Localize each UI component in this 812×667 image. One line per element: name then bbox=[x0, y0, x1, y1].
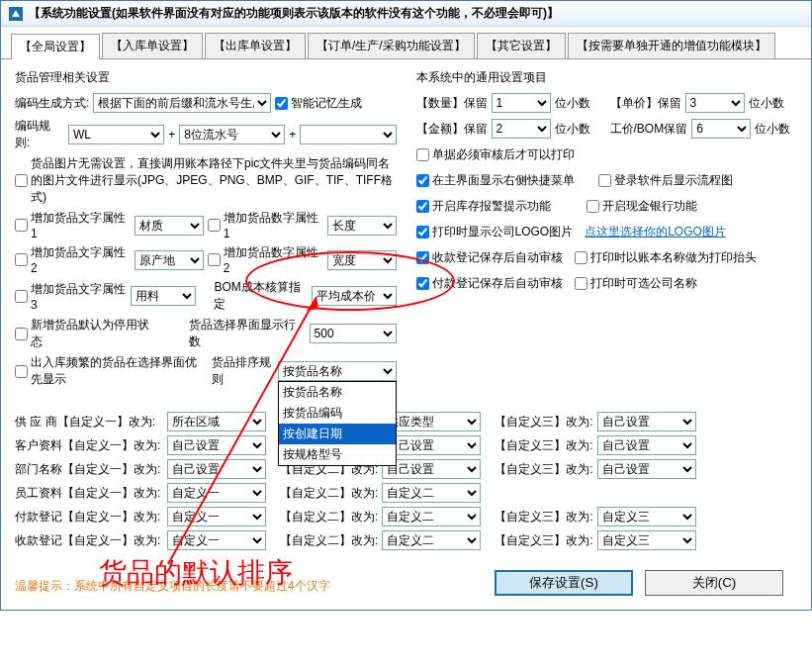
recv-c1[interactable]: 自定义一 bbox=[167, 530, 266, 550]
right-section-title: 本系统中的通用设置项目 bbox=[416, 69, 798, 86]
tab-order[interactable]: 【订单/生产/采购功能设置】 bbox=[308, 33, 475, 58]
tab-out[interactable]: 【出库单设置】 bbox=[205, 33, 306, 58]
supplier-c2[interactable]: 供应类型 bbox=[382, 412, 481, 431]
close-button[interactable]: 关闭(C) bbox=[645, 570, 783, 596]
bom-cost-select[interactable]: 平均成本价 bbox=[312, 286, 397, 306]
annotation-text: 货品的默认排序 bbox=[99, 554, 293, 592]
tab-addon[interactable]: 【按需要单独开通的增值功能模块】 bbox=[568, 33, 775, 58]
tab-other[interactable]: 【其它设置】 bbox=[477, 33, 566, 58]
attr-text3-select[interactable]: 用料 bbox=[131, 286, 197, 306]
pay-c2[interactable]: 自定义二 bbox=[382, 507, 481, 526]
chk-stock-warn[interactable]: 开启库存报警提示功能 bbox=[416, 198, 551, 215]
chk-print-coname[interactable]: 打印时可选公司名称 bbox=[575, 275, 697, 292]
chk-flow[interactable]: 登录软件后显示流程图 bbox=[598, 172, 733, 189]
attr-text3-checkbox[interactable]: 增加货品文字属性3 bbox=[15, 281, 127, 312]
dept-c1[interactable]: 自己设置 bbox=[167, 459, 266, 479]
sort-rule-label: 货品排序规则 bbox=[212, 354, 274, 388]
qty-decimals[interactable]: 1 bbox=[492, 93, 551, 113]
attr-text1-select[interactable]: 材质 bbox=[135, 216, 203, 236]
code-rule-label: 编码规则: bbox=[15, 118, 64, 151]
chk-cash-bank[interactable]: 开启现金银行功能 bbox=[586, 198, 697, 215]
sort-opt-date[interactable]: 按创建日期 bbox=[279, 424, 396, 444]
recv-c2[interactable]: 自定义二 bbox=[382, 530, 481, 550]
attr-text1-checkbox[interactable]: 增加货品文字属性1 bbox=[15, 210, 131, 240]
attr-num1-checkbox[interactable]: 增加货品数字属性1 bbox=[208, 210, 323, 240]
tab-global[interactable]: 【全局设置】 bbox=[11, 34, 100, 59]
app-icon bbox=[9, 7, 23, 21]
pay-c1[interactable]: 自定义一 bbox=[167, 507, 266, 526]
chk-pay-auto[interactable]: 付款登记保存后自动审核 bbox=[416, 275, 563, 292]
customer-c2[interactable]: 自己设置 bbox=[382, 435, 481, 455]
smart-memory-checkbox[interactable]: 智能记忆生成 bbox=[275, 95, 362, 112]
attr-num2-select[interactable]: 宽度 bbox=[327, 250, 396, 270]
code-gen-select[interactable]: 根据下面的前后缀和流水号生成编 bbox=[93, 93, 271, 113]
sort-rule-select[interactable]: 按货品名称 bbox=[278, 361, 397, 381]
emp-c1[interactable]: 自定义一 bbox=[167, 483, 266, 503]
attr-text2-checkbox[interactable]: 增加货品文字属性2 bbox=[15, 244, 131, 275]
supplier-c3[interactable]: 自己设置 bbox=[597, 412, 696, 431]
attr-num2-checkbox[interactable]: 增加货品数字属性2 bbox=[208, 244, 323, 275]
bom-cost-label: BOM成本核算指定 bbox=[214, 279, 307, 313]
dept-c2[interactable]: 自己设置 bbox=[382, 459, 481, 479]
code-rule-prefix[interactable]: WL bbox=[68, 125, 164, 144]
new-halt-checkbox[interactable]: 新增货品默认为停用状态 bbox=[15, 317, 157, 350]
left-section-title: 货品管理相关设置 bbox=[15, 69, 397, 86]
window-titlebar: 【系统功能设置(如果软件界面没有对应的功能项则表示该版本的软件没有这个功能，不必… bbox=[1, 1, 811, 27]
select-rows-select[interactable]: 500 bbox=[310, 324, 397, 343]
chk-recv-auto[interactable]: 收款登记保存后自动审核 bbox=[416, 249, 563, 266]
chk-shortcut[interactable]: 在主界面显示右侧快捷菜单 bbox=[416, 172, 575, 189]
customer-c3[interactable]: 自己设置 bbox=[597, 435, 696, 455]
chk-print-head[interactable]: 打印时以账本名称做为打印抬头 bbox=[575, 249, 757, 266]
dept-c3[interactable]: 自己设置 bbox=[597, 459, 696, 479]
chk-logo[interactable]: 打印时显示公司LOGO图片 bbox=[416, 224, 574, 240]
amount-decimals[interactable]: 2 bbox=[492, 119, 551, 139]
supplier-c1[interactable]: 所在区域 bbox=[167, 412, 266, 431]
tab-in[interactable]: 【入库单设置】 bbox=[102, 33, 203, 58]
save-button[interactable]: 保存设置(S) bbox=[495, 570, 633, 596]
code-rule-suffix[interactable] bbox=[300, 125, 396, 144]
code-gen-label: 编码生成方式: bbox=[15, 95, 89, 112]
price-decimals[interactable]: 3 bbox=[685, 93, 745, 113]
sort-opt-code[interactable]: 按货品编码 bbox=[279, 403, 396, 424]
sort-opt-spec[interactable]: 按规格型号 bbox=[279, 444, 396, 465]
logo-link[interactable]: 点这里选择你的LOGO图片 bbox=[585, 224, 726, 240]
emp-c2[interactable]: 自定义二 bbox=[382, 483, 481, 503]
recv-c3[interactable]: 自定义三 bbox=[597, 530, 696, 550]
chk-audit[interactable]: 单据必须审核后才可以打印 bbox=[416, 146, 575, 163]
sort-opt-name[interactable]: 按货品名称 bbox=[279, 382, 396, 403]
customer-c1[interactable]: 自己设置 bbox=[167, 435, 266, 455]
freq-first-checkbox[interactable]: 出入库频繁的货品在选择界面优先显示 bbox=[15, 354, 204, 388]
attr-text2-select[interactable]: 原产地 bbox=[135, 250, 203, 270]
attr-num1-select[interactable]: 长度 bbox=[327, 216, 396, 236]
pay-c3[interactable]: 自定义三 bbox=[597, 507, 696, 526]
sort-rule-dropdown-list: 按货品名称 按货品编码 按创建日期 按规格型号 bbox=[278, 381, 397, 466]
window-title: 【系统功能设置(如果软件界面没有对应的功能项则表示该版本的软件没有这个功能，不必… bbox=[29, 5, 559, 22]
tab-bar: 【全局设置】 【入库单设置】 【出库单设置】 【订单/生产/采购功能设置】 【其… bbox=[1, 27, 811, 59]
pic-note-checkbox[interactable]: 货品图片无需设置，直接调用账本路径下pic文件夹里与货品编码同名 的图片文件进行… bbox=[15, 155, 397, 206]
bom-decimals[interactable]: 6 bbox=[691, 119, 751, 139]
code-rule-serial[interactable]: 8位流水号 bbox=[179, 125, 285, 144]
select-rows-label: 货品选择界面显示行数 bbox=[189, 317, 305, 350]
